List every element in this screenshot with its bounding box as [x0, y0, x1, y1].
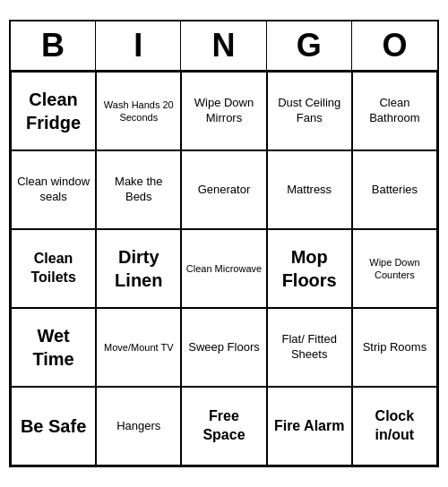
bingo-cell: Sweep Floors	[181, 308, 266, 387]
bingo-cell: Fire Alarm	[267, 387, 352, 466]
bingo-cell: Dust Ceiling Fans	[267, 72, 352, 150]
bingo-cell: Flat/ Fitted Sheets	[267, 308, 352, 387]
bingo-cell: Make the Beds	[96, 150, 181, 229]
bingo-cell: Batteries	[352, 150, 437, 229]
bingo-cell: Dirty Linen	[96, 229, 181, 308]
bingo-letter: B	[11, 21, 96, 70]
bingo-cell: Clean Bathroom	[352, 72, 437, 150]
bingo-cell: Hangers	[96, 387, 181, 466]
bingo-cell: Generator	[181, 150, 266, 229]
bingo-cell: Be Safe	[11, 387, 96, 466]
bingo-header: BINGO	[11, 21, 437, 72]
bingo-cell: Wipe Down Counters	[352, 229, 437, 308]
bingo-cell: Mop Floors	[267, 229, 352, 308]
bingo-cell: Clean Fridge	[11, 72, 96, 150]
bingo-cell: Wash Hands 20 Seconds	[96, 72, 181, 150]
bingo-grid: Clean FridgeWash Hands 20 SecondsWipe Do…	[11, 72, 437, 466]
bingo-letter: O	[352, 21, 437, 70]
bingo-cell: Clock in/out	[352, 387, 437, 466]
bingo-cell: Clean Toilets	[11, 229, 96, 308]
bingo-letter: G	[267, 21, 352, 70]
bingo-cell: Wet Time	[11, 308, 96, 387]
bingo-cell: Move/Mount TV	[96, 308, 181, 387]
bingo-cell: Free Space	[181, 387, 266, 466]
bingo-cell: Clean window seals	[11, 150, 96, 229]
bingo-letter: N	[181, 21, 266, 70]
bingo-letter: I	[96, 21, 181, 70]
bingo-card: BINGO Clean FridgeWash Hands 20 SecondsW…	[9, 20, 439, 467]
bingo-cell: Clean Microwave	[181, 229, 266, 308]
bingo-cell: Wipe Down Mirrors	[181, 72, 266, 150]
bingo-cell: Mattress	[267, 150, 352, 229]
bingo-cell: Strip Rooms	[352, 308, 437, 387]
